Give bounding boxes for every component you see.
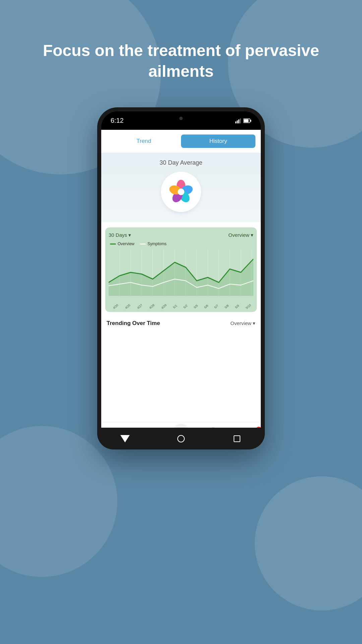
- flower-icon: [161, 172, 201, 212]
- home-button[interactable]: [175, 433, 187, 445]
- bg-blob-bottomright: [255, 476, 362, 610]
- battery-icon: [243, 118, 251, 123]
- trend-tab[interactable]: Trend: [107, 135, 181, 148]
- trending-section: Trending Over Time Overview ▾: [101, 317, 261, 329]
- phone-outer: 6:12 Tren: [97, 107, 265, 449]
- chart-xaxis: 4/20 4/25 4/27 4/28 4/29 5/1 5/2 5/5 5/6…: [109, 304, 253, 309]
- home-icon: [177, 435, 185, 442]
- svg-rect-6: [250, 120, 251, 122]
- legend-green-line: [110, 244, 116, 245]
- segment-tabs: Trend History: [101, 130, 261, 153]
- svg-rect-1: [237, 120, 238, 123]
- status-icons: [235, 118, 251, 123]
- svg-point-12: [178, 189, 184, 195]
- average-label: 30 Day Average: [160, 159, 202, 166]
- android-nav: [97, 428, 265, 449]
- flower-svg: [168, 178, 194, 205]
- legend-overview: Overview: [110, 241, 134, 246]
- trending-title: Trending Over Time: [107, 320, 160, 327]
- legend-symptoms: Symptoms: [140, 241, 167, 246]
- legend-white-line: [140, 244, 146, 245]
- back-icon: [120, 435, 130, 442]
- app-content: Trend History 30 Day Average: [101, 130, 261, 422]
- chart-svg: [109, 249, 253, 303]
- svg-rect-2: [238, 119, 239, 123]
- chart-section: 30 Days ▾ Overview ▾ Overview: [105, 227, 257, 312]
- status-time: 6:12: [111, 117, 124, 124]
- chart-legend: Overview Symptoms: [109, 241, 253, 249]
- history-tab[interactable]: History: [181, 135, 255, 148]
- recents-icon: [234, 435, 240, 442]
- average-section: 30 Day Average: [101, 153, 261, 222]
- chart-period[interactable]: 30 Days ▾: [109, 232, 131, 238]
- phone-screen: Trend History 30 Day Average: [101, 130, 261, 445]
- chart-overview-filter[interactable]: Overview ▾: [228, 232, 253, 238]
- back-button[interactable]: [119, 433, 131, 445]
- svg-rect-0: [235, 121, 236, 123]
- recents-button[interactable]: [231, 433, 243, 445]
- hero-title: Focus on the treatment of pervasive ailm…: [0, 40, 362, 82]
- svg-rect-3: [240, 118, 241, 123]
- camera-dot: [179, 117, 183, 120]
- phone-mockup: 6:12 Tren: [97, 107, 265, 449]
- svg-rect-5: [244, 119, 249, 122]
- chart-header: 30 Days ▾ Overview ▾: [109, 232, 253, 238]
- status-bar: 6:12: [101, 111, 261, 130]
- trending-filter[interactable]: Overview ▾: [230, 320, 255, 326]
- signal-icon: [235, 118, 241, 123]
